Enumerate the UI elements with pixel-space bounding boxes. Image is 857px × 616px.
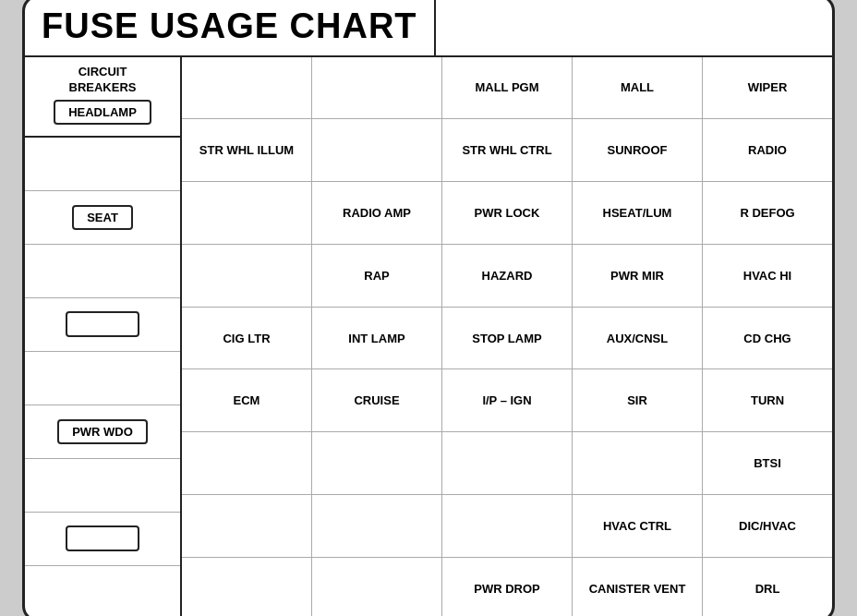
grid-row-6: BTSI bbox=[182, 432, 832, 495]
grid-cell-2-2: PWR LOCK bbox=[442, 182, 573, 244]
left-cell-8 bbox=[25, 513, 180, 566]
grid-cell-7-1 bbox=[312, 495, 442, 557]
grid-cell-5-4: TURN bbox=[703, 369, 832, 431]
grid-cell-7-3: HVAC CTRL bbox=[573, 495, 703, 557]
left-cell-7 bbox=[25, 459, 180, 513]
grid-cell-3-2: HAZARD bbox=[442, 245, 573, 307]
grid-cell-1-0: STR WHL ILLUM bbox=[182, 119, 312, 181]
grid-cell-6-4: BTSI bbox=[703, 432, 832, 494]
left-cell-2: SEAT bbox=[25, 191, 180, 245]
grid-cell-4-2: STOP LAMP bbox=[442, 308, 573, 369]
grid-cell-8-3: CANISTER VENT bbox=[573, 558, 703, 616]
grid-cell-4-3: AUX/CNSL bbox=[573, 308, 703, 369]
fuse-chart: FUSE USAGE CHART CIRCUIT BREAKERS HEADLA… bbox=[22, 0, 835, 616]
breakers-label-line2: BREAKERS bbox=[69, 80, 137, 94]
left-cell-5 bbox=[25, 352, 180, 405]
empty-box-1 bbox=[66, 311, 139, 337]
seat-box: SEAT bbox=[72, 205, 133, 230]
grid-cell-6-3 bbox=[573, 432, 703, 494]
grid-cell-2-1: RADIO AMP bbox=[312, 182, 442, 244]
grid-cell-0-0 bbox=[182, 57, 312, 119]
grid-row-4: CIG LTRINT LAMPSTOP LAMPAUX/CNSLCD CHG bbox=[182, 308, 832, 370]
title-spacer bbox=[436, 0, 832, 55]
left-cell-9 bbox=[25, 566, 180, 617]
grid-cell-2-4: R DEFOG bbox=[703, 182, 832, 244]
left-cell-4 bbox=[25, 298, 180, 352]
grid-cell-5-3: SIR bbox=[573, 369, 703, 431]
grid-cell-1-4: RADIO bbox=[703, 119, 832, 181]
grid-area: CIRCUIT BREAKERS HEADLAMP SEAT PWR WDO bbox=[25, 57, 832, 617]
grid-cell-2-3: HSEAT/LUM bbox=[573, 182, 703, 244]
grid-cell-7-0 bbox=[182, 495, 312, 557]
right-grid: MALL PGMMALLWIPERSTR WHL ILLUMSTR WHL CT… bbox=[182, 57, 832, 617]
grid-cell-3-3: PWR MIR bbox=[573, 245, 703, 307]
title-row: FUSE USAGE CHART bbox=[25, 0, 832, 57]
empty-box-2 bbox=[66, 525, 139, 551]
grid-cell-4-1: INT LAMP bbox=[312, 308, 442, 369]
pwr-wdo-box: PWR WDO bbox=[57, 419, 148, 444]
circuit-breakers-header: CIRCUIT BREAKERS HEADLAMP bbox=[25, 57, 180, 138]
grid-cell-3-0 bbox=[182, 245, 312, 307]
grid-row-5: ECMCRUISEI/P – IGNSIRTURN bbox=[182, 369, 832, 432]
chart-title: FUSE USAGE CHART bbox=[25, 0, 436, 55]
grid-row-1: STR WHL ILLUMSTR WHL CTRLSUNROOFRADIO bbox=[182, 119, 832, 182]
grid-row-3: RAPHAZARDPWR MIRHVAC HI bbox=[182, 245, 832, 308]
grid-cell-8-2: PWR DROP bbox=[442, 558, 573, 616]
grid-cell-0-2: MALL PGM bbox=[442, 57, 573, 119]
grid-cell-8-4: DRL bbox=[703, 558, 832, 616]
grid-cell-1-1 bbox=[312, 119, 442, 181]
grid-cell-3-4: HVAC HI bbox=[703, 245, 832, 307]
grid-cell-0-4: WIPER bbox=[703, 57, 832, 119]
grid-row-8: PWR DROPCANISTER VENTDRL bbox=[182, 558, 832, 616]
grid-cell-3-1: RAP bbox=[312, 245, 442, 307]
grid-cell-7-2 bbox=[442, 495, 573, 557]
left-cell-3 bbox=[25, 245, 180, 298]
grid-cell-8-1 bbox=[312, 558, 442, 616]
grid-row-0: MALL PGMMALLWIPER bbox=[182, 57, 832, 120]
grid-cell-6-1 bbox=[312, 432, 442, 494]
grid-cell-5-1: CRUISE bbox=[312, 369, 442, 431]
grid-row-2: RADIO AMPPWR LOCKHSEAT/LUMR DEFOG bbox=[182, 182, 832, 245]
left-cell-6: PWR WDO bbox=[25, 405, 180, 459]
grid-cell-7-4: DIC/HVAC bbox=[703, 495, 832, 557]
left-column: CIRCUIT BREAKERS HEADLAMP SEAT PWR WDO bbox=[25, 57, 182, 617]
grid-cell-1-2: STR WHL CTRL bbox=[442, 119, 573, 181]
grid-cell-4-4: CD CHG bbox=[703, 308, 832, 369]
breakers-label-line1: CIRCUIT bbox=[78, 65, 127, 79]
grid-cell-5-2: I/P – IGN bbox=[442, 369, 573, 431]
grid-cell-5-0: ECM bbox=[182, 369, 312, 431]
grid-cell-6-0 bbox=[182, 432, 312, 494]
grid-cell-0-3: MALL bbox=[573, 57, 703, 119]
grid-cell-0-1 bbox=[312, 57, 442, 119]
left-cell-1 bbox=[25, 138, 180, 191]
grid-cell-1-3: SUNROOF bbox=[573, 119, 703, 181]
grid-cell-8-0 bbox=[182, 558, 312, 616]
headlamp-box: HEADLAMP bbox=[54, 100, 151, 125]
grid-row-7: HVAC CTRLDIC/HVAC bbox=[182, 495, 832, 558]
grid-cell-2-0 bbox=[182, 182, 312, 244]
grid-cell-6-2 bbox=[442, 432, 573, 494]
grid-cell-4-0: CIG LTR bbox=[182, 308, 312, 369]
